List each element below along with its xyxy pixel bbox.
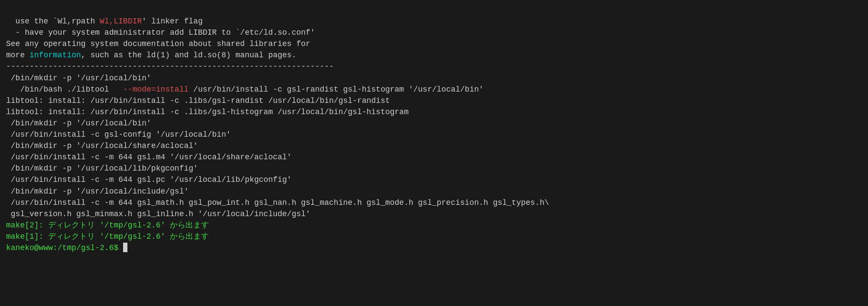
terminal-text: /usr/bin/install -c gsl-randist gsl-hist… xyxy=(189,85,484,94)
terminal-text: ` xyxy=(53,17,58,26)
terminal-text: /usr/bin/install -c -m 644 gsl_math.h gs… xyxy=(6,198,549,207)
terminal-line: make[2]: ディレクトリ '/tmp/gsl-2.6' から出ます xyxy=(6,220,862,231)
terminal-text: /bin/mkdir -p '/usr/local/share/aclocal' xyxy=(6,141,198,150)
terminal-line: make[1]: ディレクトリ '/tmp/gsl-2.6' から出ます xyxy=(6,231,862,242)
terminal-line: - have your system administrator add LIB… xyxy=(6,27,862,38)
terminal-text: /bin/mkdir -p '/usr/local/bin' xyxy=(6,74,151,82)
terminal-line: See any operating system documentation a… xyxy=(6,38,862,49)
terminal-line: /bin/mkdir -p '/usr/local/include/gsl' xyxy=(6,186,862,197)
terminal-text: make[2]: ディレクトリ '/tmp/gsl-2.6' から出ます xyxy=(6,221,209,230)
terminal-text: ' linker flag xyxy=(142,17,202,26)
terminal-text: /bin/mkdir -p '/usr/local/include/gsl' xyxy=(6,187,189,196)
terminal-text: kaneko@www:/tmp/gsl-2.6$ xyxy=(6,243,123,252)
terminal-text: /usr/bin/install -c -m 644 gsl.pc '/usr/… xyxy=(6,175,292,184)
terminal-line: more information, such as the ld(1) and … xyxy=(6,49,862,61)
terminal-text: /bin/bash ./libtool xyxy=(6,85,123,94)
terminal-line: /bin/mkdir -p '/usr/local/share/aclocal' xyxy=(6,140,862,151)
terminal-text: libtool: install: /usr/bin/install -c .l… xyxy=(6,108,409,116)
terminal-line: /usr/bin/install -c -m 644 gsl.m4 '/usr/… xyxy=(6,151,862,163)
terminal-line: /bin/mkdir -p '/usr/local/bin' xyxy=(6,118,862,129)
terminal-text: information xyxy=(29,51,81,59)
terminal-text: Wl,rpath xyxy=(58,17,95,26)
terminal-text: See any operating system documentation a… xyxy=(6,39,310,48)
terminal-line: /bin/bash ./libtool --mode=install /usr/… xyxy=(6,84,862,95)
terminal-text: , such as the ld(1) and ld.so(8) manual … xyxy=(81,51,296,59)
terminal-text: /usr/bin/install -c gsl-config '/usr/loc… xyxy=(6,130,231,139)
terminal-text: ----------------------------------------… xyxy=(6,62,334,71)
terminal-text: /bin/mkdir -p '/usr/local/lib/pkgconfig' xyxy=(6,164,198,173)
terminal-text xyxy=(95,17,100,26)
terminal-line: libtool: install: /usr/bin/install -c .l… xyxy=(6,95,862,106)
terminal-text: - have your system administrator add LIB… xyxy=(6,28,315,37)
terminal-line: /usr/bin/install -c gsl-config '/usr/loc… xyxy=(6,129,862,140)
terminal-text: --mode=install xyxy=(123,85,189,94)
terminal-line: libtool: install: /usr/bin/install -c .l… xyxy=(6,106,862,118)
terminal-text: Wl,LIBDIR xyxy=(100,17,142,26)
terminal-text: libtool: install: /usr/bin/install -c .l… xyxy=(6,96,390,105)
terminal-line: /bin/mkdir -p '/usr/local/lib/pkgconfig' xyxy=(6,163,862,174)
terminal-line: gsl_version.h gsl_minmax.h gsl_inline.h … xyxy=(6,208,862,220)
terminal-text: /usr/bin/install -c -m 644 gsl.m4 '/usr/… xyxy=(6,153,292,161)
terminal-line: ----------------------------------------… xyxy=(6,61,862,72)
terminal-cursor xyxy=(123,243,127,252)
terminal-text: more xyxy=(6,51,29,59)
terminal-line: use the `Wl,rpath Wl,LIBDIR' linker flag xyxy=(6,16,862,27)
terminal-text: make[1]: ディレクトリ '/tmp/gsl-2.6' から出ます xyxy=(6,232,209,241)
terminal-text: /bin/mkdir -p '/usr/local/bin' xyxy=(6,119,151,128)
terminal-text: use the xyxy=(6,17,53,26)
terminal-window: use the `Wl,rpath Wl,LIBDIR' linker flag… xyxy=(6,4,862,253)
terminal-line: /usr/bin/install -c -m 644 gsl_math.h gs… xyxy=(6,197,862,208)
terminal-line: /usr/bin/install -c -m 644 gsl.pc '/usr/… xyxy=(6,174,862,185)
terminal-line: /bin/mkdir -p '/usr/local/bin' xyxy=(6,72,862,84)
terminal-text: gsl_version.h gsl_minmax.h gsl_inline.h … xyxy=(6,210,310,218)
terminal-line: kaneko@www:/tmp/gsl-2.6$ xyxy=(6,242,862,253)
